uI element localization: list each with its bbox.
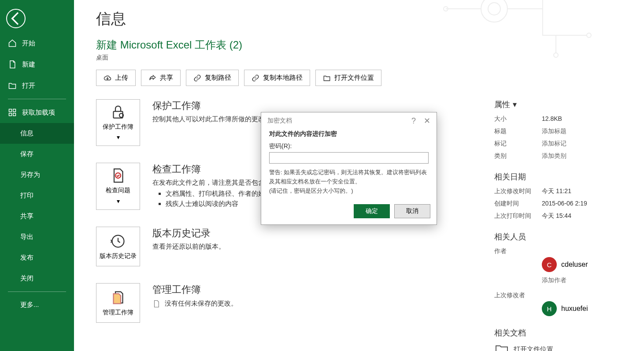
chevron-down-icon: ▾ bbox=[117, 133, 120, 141]
upload-button[interactable]: 上传 bbox=[96, 70, 136, 86]
date-printed: 今天 15:44 bbox=[542, 212, 571, 220]
back-button[interactable] bbox=[6, 9, 26, 28]
nav-label: 打开 bbox=[22, 82, 35, 90]
svg-rect-3 bbox=[13, 113, 16, 116]
last-modified-row: H huxuefei bbox=[542, 301, 626, 316]
nav-saveas[interactable]: 另存为 bbox=[0, 164, 74, 185]
avatar: H bbox=[542, 301, 557, 316]
grid-icon bbox=[8, 108, 17, 117]
copy-path-button[interactable]: 复制路径 bbox=[186, 70, 239, 86]
version-history-button[interactable]: 版本历史记录 bbox=[96, 227, 140, 266]
nav-label: 导出 bbox=[20, 233, 33, 241]
chevron-down-icon: ▾ bbox=[513, 100, 517, 109]
add-title[interactable]: 添加标题 bbox=[542, 127, 566, 135]
encrypt-document-dialog: 加密文档 ? ✕ 对此文件的内容进行加密 密码(R): 警告: 如果丢失或忘记密… bbox=[261, 112, 437, 225]
nav-more[interactable]: 更多... bbox=[0, 295, 74, 315]
nav-print[interactable]: 打印 bbox=[0, 185, 74, 206]
svg-rect-2 bbox=[9, 113, 12, 116]
folder-icon bbox=[494, 344, 509, 351]
section-desc: 查看并还原以前的版本。 bbox=[152, 243, 468, 251]
cancel-button[interactable]: 取消 bbox=[394, 204, 430, 218]
svg-point-6 bbox=[587, 33, 591, 37]
nav-save[interactable]: 保存 bbox=[0, 144, 74, 164]
arrow-left-icon bbox=[7, 10, 25, 27]
separator bbox=[8, 291, 66, 292]
history-section: 版本历史记录 版本历史记录 查看并还原以前的版本。 bbox=[96, 227, 468, 266]
nav-addins[interactable]: 获取加载项 bbox=[0, 102, 74, 123]
close-icon[interactable]: ✕ bbox=[424, 117, 430, 125]
nav-label: 发布 bbox=[20, 254, 33, 262]
manage-workbook-button[interactable]: 管理工作簿 bbox=[96, 283, 140, 323]
avatar: C bbox=[542, 257, 557, 272]
protect-workbook-button[interactable]: 保护工作簿 ▾ bbox=[96, 99, 140, 146]
folder-open-icon bbox=[8, 81, 17, 90]
nav-new[interactable]: 新建 bbox=[0, 54, 74, 75]
nav-share[interactable]: 共享 bbox=[0, 206, 74, 227]
date-created: 2015-06-06 2:19 bbox=[542, 200, 587, 208]
password-input[interactable] bbox=[269, 152, 429, 164]
separator bbox=[8, 99, 66, 99]
last-modified-name: huxuefei bbox=[561, 305, 588, 313]
link-icon bbox=[193, 74, 201, 82]
nav-label: 另存为 bbox=[20, 171, 40, 179]
properties-heading[interactable]: 属性 ▾ bbox=[494, 99, 626, 110]
document-location: 桌面 bbox=[96, 54, 626, 62]
related-people-heading: 相关人员 bbox=[494, 232, 626, 242]
nav-info[interactable]: 信息 bbox=[0, 123, 74, 144]
add-tags[interactable]: 添加标记 bbox=[542, 140, 566, 148]
author-row: C cdeluser bbox=[542, 257, 626, 272]
nav-export[interactable]: 导出 bbox=[0, 227, 74, 247]
nav-label: 更多... bbox=[20, 301, 39, 309]
section-title: 保护工作簿 bbox=[152, 99, 468, 112]
nav-publish[interactable]: 发布 bbox=[0, 247, 74, 268]
link-icon bbox=[252, 74, 259, 82]
related-docs-heading: 相关文档 bbox=[494, 328, 626, 338]
add-category[interactable]: 添加类别 bbox=[542, 152, 566, 160]
nav-label: 获取加载项 bbox=[22, 108, 55, 117]
open-file-location-link[interactable]: 打开文件位置 bbox=[494, 344, 626, 351]
author-name: cdeluser bbox=[561, 261, 588, 269]
related-dates-heading: 相关日期 bbox=[494, 172, 626, 182]
date-modified: 今天 11:21 bbox=[542, 187, 571, 195]
password-label: 密码(R): bbox=[269, 142, 429, 150]
chevron-down-icon: ▾ bbox=[117, 197, 120, 205]
section-title: 管理工作簿 bbox=[152, 283, 468, 296]
properties-panel: 属性 ▾ 大小12.8KB 标题添加标题 标记添加标记 类别添加类别 相关日期 … bbox=[494, 99, 626, 351]
nav-open[interactable]: 打开 bbox=[0, 75, 74, 96]
nav-label: 信息 bbox=[20, 129, 33, 138]
history-icon bbox=[110, 233, 126, 249]
nav-start[interactable]: 开始 bbox=[0, 33, 74, 54]
add-author[interactable]: 添加作者 bbox=[542, 276, 626, 284]
nav-label: 开始 bbox=[22, 39, 35, 48]
dialog-warning: 警告: 如果丢失或忘记密码，则无法将其恢复。建议将密码列表及其相应文档名放在一个… bbox=[269, 168, 429, 195]
share-button[interactable]: 共享 bbox=[141, 70, 181, 86]
nav-label: 新建 bbox=[22, 60, 35, 69]
document-icon bbox=[152, 299, 160, 309]
file-icon bbox=[8, 60, 17, 69]
manage-section: 管理工作簿 管理工作簿 没有任何未保存的更改。 bbox=[96, 283, 468, 323]
help-icon[interactable]: ? bbox=[411, 117, 416, 125]
document-stack-icon bbox=[110, 290, 126, 306]
nav-label: 关闭 bbox=[20, 274, 33, 283]
lock-icon bbox=[110, 104, 126, 120]
info-toolbar: 上传 共享 复制路径 复制本地路径 打开文件位置 bbox=[96, 70, 626, 86]
prop-size: 12.8KB bbox=[542, 115, 562, 123]
open-file-location-button[interactable]: 打开文件位置 bbox=[315, 70, 381, 86]
check-issues-button[interactable]: 检查问题 ▾ bbox=[96, 163, 140, 209]
share-icon bbox=[148, 74, 156, 82]
backstage-sidebar: 开始 新建 打开 获取加载项 信息 保存 另存为 打印 共享 导出 发布 关闭 … bbox=[0, 0, 74, 351]
nav-label: 打印 bbox=[20, 191, 33, 200]
document-title: 新建 Microsoft Excel 工作表 (2) bbox=[96, 38, 626, 52]
dialog-title: 加密文档 bbox=[267, 117, 292, 125]
nav-label: 共享 bbox=[20, 212, 33, 220]
nav-close[interactable]: 关闭 bbox=[0, 268, 74, 289]
svg-rect-0 bbox=[9, 109, 12, 112]
section-title: 版本历史记录 bbox=[152, 227, 468, 240]
nav-label: 保存 bbox=[20, 150, 33, 158]
svg-rect-1 bbox=[13, 109, 16, 112]
copy-local-path-button[interactable]: 复制本地路径 bbox=[244, 70, 310, 86]
folder-icon bbox=[323, 74, 331, 82]
check-document-icon bbox=[110, 168, 126, 183]
home-icon bbox=[8, 39, 17, 48]
ok-button[interactable]: 确定 bbox=[354, 204, 390, 218]
